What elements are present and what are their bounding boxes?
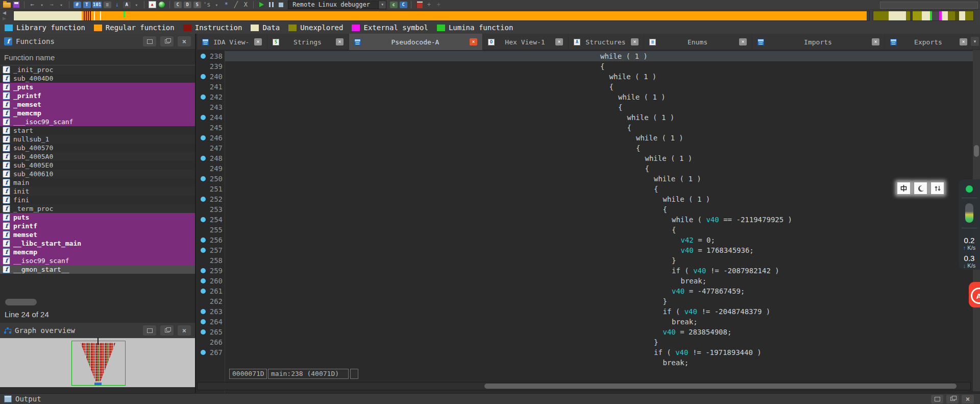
tab-hex-view-1[interactable]: OHex View-1× — [483, 34, 569, 50]
make-data-icon[interactable]: D — [183, 1, 191, 9]
save-icon[interactable] — [12, 1, 20, 9]
pseudocode-line[interactable]: 262} — [197, 296, 973, 306]
function-row[interactable]: fprintf — [0, 222, 195, 230]
function-row[interactable]: f_memcmp — [0, 109, 195, 117]
navband-segment[interactable] — [959, 11, 965, 20]
open-file-icon[interactable] — [3, 1, 11, 9]
line-marker-dot[interactable] — [201, 278, 206, 283]
pseudocode-line[interactable]: 267if ( v40 != -1971893440 ) — [197, 347, 973, 358]
process-state-icon[interactable] — [158, 1, 166, 9]
functions-float-button[interactable] — [160, 36, 174, 46]
functions-hscrollbar-thumb[interactable] — [5, 299, 37, 305]
tab-list-button[interactable]: ▼ — [971, 37, 979, 46]
function-row[interactable]: fputs — [0, 213, 195, 222]
function-row[interactable]: ffini — [0, 196, 195, 204]
detach-icon[interactable]: + — [434, 1, 443, 9]
navband-segment[interactable] — [906, 11, 910, 20]
pseudocode-line[interactable]: 251{ — [197, 184, 973, 194]
undefine-icon[interactable]: X — [241, 1, 250, 9]
debugger-options-icon[interactable] — [415, 1, 423, 9]
pseudocode-line[interactable]: 254while ( v40 == -2119479925 ) — [197, 215, 973, 225]
pseudocode-line[interactable]: 252while ( 1 ) — [197, 194, 973, 204]
function-name-column-header[interactable]: Function name — [0, 50, 195, 65]
function-row[interactable]: fsub_400570 — [0, 144, 195, 152]
tab-close-icon[interactable]: × — [555, 38, 563, 45]
rename-icon[interactable]: A — [122, 1, 131, 9]
graph-close-button[interactable]: × — [178, 325, 191, 336]
tab-close-icon[interactable]: × — [470, 38, 477, 45]
data-number-icon[interactable]: # — [73, 1, 81, 9]
pseudocode-line[interactable]: 238while ( 1 ) — [197, 51, 973, 61]
pseudocode-line[interactable]: 249{ — [197, 163, 973, 174]
pseudocode-line[interactable]: 265v40 = 283854908; — [197, 327, 973, 337]
function-row[interactable]: fsub_4004D0 — [0, 74, 195, 83]
line-marker-dot[interactable] — [201, 268, 206, 273]
line-marker-dot[interactable] — [201, 217, 206, 222]
navband-next-icon[interactable]: ▶ — [3, 16, 6, 21]
line-marker-dot[interactable] — [201, 176, 206, 181]
copy-icon[interactable]: ≡ — [103, 1, 111, 9]
forward-history-caret[interactable]: ▼ — [57, 1, 65, 9]
ime-language-button[interactable] — [897, 182, 911, 195]
line-marker-dot[interactable] — [201, 197, 206, 202]
line-marker-dot[interactable] — [201, 350, 206, 355]
pseudocode-line[interactable]: break; — [197, 358, 973, 368]
function-row[interactable]: fmain — [0, 178, 195, 187]
overlay-app-logo[interactable]: A — [969, 282, 980, 307]
function-row[interactable]: fmemcmp — [0, 248, 195, 256]
function-row[interactable]: f__isoc99_scanf — [0, 256, 195, 265]
navband-segment[interactable] — [948, 11, 955, 20]
line-marker-dot[interactable] — [201, 329, 206, 335]
pseudocode-line[interactable]: 257v40 = 1768345936; — [197, 245, 973, 255]
navigation-band-right[interactable] — [873, 11, 974, 21]
tab-pseudocode-a[interactable]: Pseudocode-A× — [349, 34, 483, 50]
output-close-button[interactable]: × — [962, 395, 974, 403]
function-row[interactable]: fstart — [0, 126, 195, 135]
pseudocode-hscrollbar-thumb[interactable] — [484, 384, 957, 389]
function-row[interactable]: f__gmon_start__ — [0, 265, 195, 274]
output-float-button[interactable] — [946, 395, 959, 403]
pseudocode-line[interactable]: 261v40 = -477867459; — [197, 286, 973, 296]
debugger-select-caret-icon[interactable]: ▼ — [378, 1, 386, 9]
pseudocode-line[interactable]: 241{ — [197, 82, 973, 92]
line-marker-dot[interactable] — [201, 115, 206, 120]
function-row[interactable]: fsub_4005A0 — [0, 152, 195, 161]
tab-close-icon[interactable]: × — [872, 38, 879, 45]
tab-strings[interactable]: SStrings× — [267, 34, 349, 50]
tab-exports[interactable]: Exports× — [885, 34, 973, 50]
line-marker-dot[interactable] — [201, 94, 206, 100]
pseudocode-line[interactable]: 244while ( 1 ) — [197, 112, 973, 123]
pseudocode-line[interactable]: 260break; — [197, 276, 973, 286]
tab-ida-view-a[interactable]: IDA View-A× — [197, 34, 267, 50]
functions-maximize-button[interactable] — [143, 36, 156, 46]
graph-overview-canvas[interactable] — [0, 338, 195, 387]
tab-close-icon[interactable]: × — [739, 38, 747, 45]
string-caret[interactable]: ▼ — [212, 1, 220, 9]
line-marker-dot[interactable] — [201, 156, 206, 161]
pseudocode-line[interactable]: 256v42 = 0; — [197, 235, 973, 245]
navband-segment[interactable] — [95, 11, 100, 20]
ime-punctuation-button[interactable] — [930, 182, 944, 195]
navband-segment[interactable] — [889, 11, 906, 20]
rename-caret[interactable]: ▼ — [132, 1, 140, 9]
navband-segment[interactable] — [913, 11, 922, 20]
debugger-select[interactable]: Remote Linux debugger▼ — [288, 1, 386, 9]
pseudocode-line[interactable]: 242while ( 1 ) — [197, 92, 973, 102]
navigation-band[interactable] — [13, 11, 870, 21]
ime-halfwidth-button[interactable] — [914, 182, 927, 195]
function-row[interactable]: fsub_4005E0 — [0, 161, 195, 170]
line-marker-dot[interactable] — [201, 289, 206, 294]
function-row[interactable]: fmemset — [0, 230, 195, 239]
line-marker-dot[interactable] — [201, 135, 206, 140]
navband-segment[interactable] — [922, 11, 930, 20]
navband-segment[interactable] — [942, 11, 948, 20]
line-marker-dot[interactable] — [201, 309, 206, 314]
graph-viewport-rect[interactable] — [71, 341, 126, 386]
pseudocode-line[interactable]: 243{ — [197, 102, 973, 112]
navband-segment[interactable] — [873, 11, 889, 20]
function-row[interactable]: f_term_proc — [0, 204, 195, 213]
function-row[interactable]: f__libc_start_main — [0, 239, 195, 248]
tab-close-icon[interactable]: × — [336, 38, 344, 45]
navband-arrows[interactable]: ◀ ▶ — [3, 10, 6, 21]
pseudocode-line[interactable]: 259if ( v40 != -2087982142 ) — [197, 266, 973, 276]
